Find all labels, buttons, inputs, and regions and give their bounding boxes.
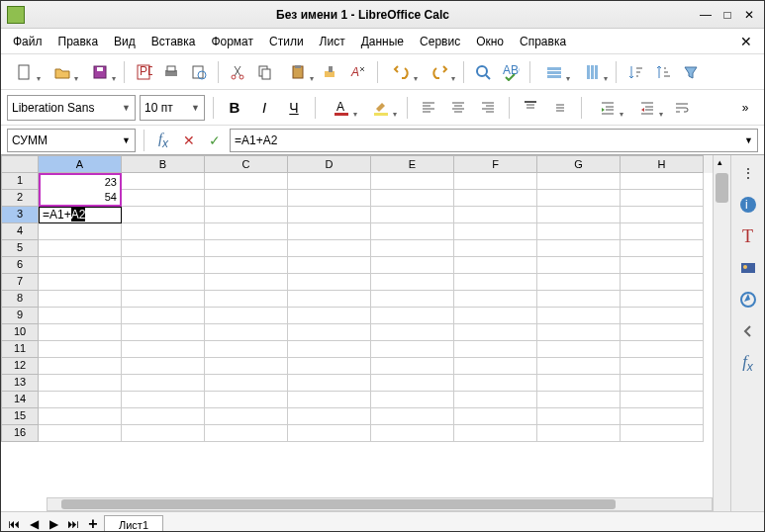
cell[interactable] [205, 358, 288, 375]
cell[interactable] [205, 207, 288, 223]
cell[interactable] [288, 408, 371, 425]
minimize-button[interactable]: — [697, 6, 715, 24]
cell[interactable] [371, 358, 454, 375]
cell[interactable] [371, 274, 454, 291]
cell[interactable] [39, 274, 122, 291]
cell[interactable] [371, 425, 454, 442]
row-header[interactable]: 2 [1, 190, 39, 207]
cell[interactable] [205, 291, 288, 308]
cell[interactable] [621, 358, 704, 375]
cell[interactable] [122, 425, 205, 442]
cell[interactable] [621, 207, 704, 223]
cell[interactable] [537, 324, 621, 341]
bold-button[interactable]: В [222, 95, 247, 121]
cell[interactable] [205, 257, 288, 274]
cell[interactable] [288, 173, 371, 190]
cell[interactable] [371, 223, 454, 240]
font-name-combo[interactable]: Liberation Sans▼ [7, 95, 136, 121]
cell[interactable] [537, 308, 621, 324]
cell[interactable] [621, 240, 704, 257]
cell[interactable] [454, 425, 537, 442]
cell[interactable] [621, 425, 704, 442]
vertical-scrollbar[interactable] [713, 155, 730, 511]
sheet-tab[interactable]: Лист1 [104, 515, 163, 533]
cell[interactable] [288, 341, 371, 358]
cell[interactable] [122, 324, 205, 341]
cell[interactable] [288, 190, 371, 207]
sort-desc-button[interactable] [650, 59, 676, 85]
cell[interactable] [454, 173, 537, 190]
font-size-combo[interactable]: 10 пт▼ [140, 95, 205, 121]
cell[interactable] [454, 375, 537, 392]
maximize-button[interactable]: □ [718, 6, 736, 24]
sidebar-gallery-icon[interactable] [736, 256, 760, 280]
cell[interactable] [288, 207, 371, 223]
cell[interactable] [205, 425, 288, 442]
accept-edit-button[interactable]: ✓ [204, 130, 226, 151]
row-header[interactable]: 11 [1, 341, 39, 358]
cell[interactable] [621, 291, 704, 308]
menu-window[interactable]: Окно [468, 31, 512, 52]
cell[interactable] [371, 308, 454, 324]
cell[interactable] [371, 324, 454, 341]
cell[interactable] [621, 375, 704, 392]
cell[interactable] [621, 408, 704, 425]
export-pdf-button[interactable]: PDF [131, 59, 156, 85]
row-header[interactable]: 10 [1, 324, 39, 341]
cell[interactable] [454, 408, 537, 425]
new-button[interactable] [7, 59, 43, 85]
cell[interactable] [537, 375, 621, 392]
select-all-corner[interactable] [1, 155, 39, 173]
cell[interactable] [537, 223, 621, 240]
cell[interactable] [205, 324, 288, 341]
paste-button[interactable] [280, 59, 316, 85]
print-preview-button[interactable] [186, 59, 212, 85]
cell[interactable] [122, 240, 205, 257]
cell[interactable] [454, 341, 537, 358]
name-box[interactable]: СУММ▼ [7, 129, 136, 152]
cell[interactable] [39, 324, 122, 341]
prev-sheet-button[interactable]: ◀ [25, 515, 43, 532]
cell[interactable] [288, 358, 371, 375]
cell[interactable] [537, 341, 621, 358]
cell[interactable] [537, 408, 621, 425]
menu-tools[interactable]: Сервис [412, 31, 468, 52]
first-sheet-button[interactable]: ⏮ [5, 515, 23, 532]
cell[interactable] [122, 358, 205, 375]
cut-button[interactable] [225, 59, 250, 85]
cell[interactable] [454, 240, 537, 257]
column-header[interactable]: A [39, 155, 122, 173]
cell[interactable] [205, 408, 288, 425]
cell[interactable] [122, 190, 205, 207]
cell[interactable] [371, 375, 454, 392]
cell[interactable] [122, 223, 205, 240]
cell[interactable] [288, 375, 371, 392]
cell[interactable] [288, 324, 371, 341]
cell[interactable] [288, 223, 371, 240]
cell[interactable] [454, 223, 537, 240]
menu-format[interactable]: Формат [203, 31, 261, 52]
clone-formatting-button[interactable] [318, 59, 343, 85]
cell[interactable] [371, 207, 454, 223]
cell[interactable] [371, 257, 454, 274]
row-ops-button[interactable] [536, 59, 572, 85]
align-right-button[interactable] [475, 95, 501, 121]
cell[interactable] [454, 291, 537, 308]
print-button[interactable] [158, 59, 184, 85]
cell[interactable] [288, 392, 371, 408]
clear-formatting-button[interactable]: A [345, 59, 371, 85]
cell[interactable] [621, 223, 704, 240]
cell[interactable] [621, 190, 704, 207]
highlight-color-button[interactable] [363, 95, 399, 121]
cell[interactable] [621, 274, 704, 291]
row-header[interactable]: 13 [1, 375, 39, 392]
sidebar-properties-icon[interactable]: i [736, 193, 760, 217]
column-header[interactable]: D [288, 155, 371, 173]
indent-decrease-button[interactable] [629, 95, 665, 121]
cell[interactable] [621, 341, 704, 358]
cell[interactable] [122, 291, 205, 308]
cell[interactable] [122, 308, 205, 324]
wrap-text-button[interactable] [669, 95, 695, 121]
cell[interactable]: 23 [39, 173, 122, 190]
sidebar-menu-icon[interactable]: ⋮ [736, 161, 760, 185]
